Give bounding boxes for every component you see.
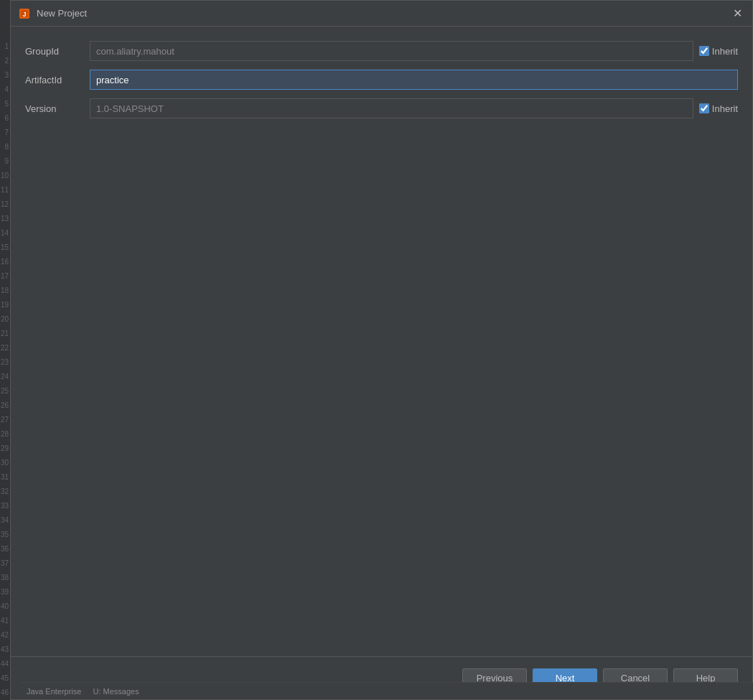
version-label: Version [25,103,83,114]
app-icon: J [18,7,31,20]
groupid-inherit-checkbox[interactable] [699,46,709,56]
version-input[interactable] [90,98,693,118]
new-project-dialog: J New Project ✕ GroupId Inherit Artifact… [10,0,753,700]
status-bar: Java Enterprise U: Messages [21,682,753,699]
artifactid-input-container [90,70,738,90]
dialog-title-bar: J New Project ✕ [11,1,752,27]
artifactid-row: ArtifactId [25,70,738,90]
version-inherit-container: Inherit [699,103,738,114]
close-button[interactable]: ✕ [729,6,745,22]
groupid-inherit-container: Inherit [699,46,738,57]
editor-line-numbers: 1 2 3 4 5 6 7 8 9 10 11 12 13 14 15 16 1… [0,0,10,700]
groupid-input-container: Inherit [90,41,738,61]
svg-text:J: J [22,11,26,18]
dialog-content: GroupId Inherit ArtifactId Version [11,27,752,656]
artifactid-label: ArtifactId [25,75,83,85]
groupid-inherit-label: Inherit [712,46,738,57]
dialog-title: New Project [37,8,87,19]
version-inherit-label: Inherit [712,103,738,114]
version-row: Version Inherit [25,98,738,118]
groupid-input[interactable] [90,41,693,61]
title-bar-left: J New Project [18,7,87,20]
artifactid-input[interactable] [90,70,738,90]
status-item-1: Java Enterprise [27,687,81,696]
groupid-label: GroupId [25,46,83,57]
groupid-row: GroupId Inherit [25,41,738,61]
status-item-2: U: Messages [93,687,139,696]
version-input-container: Inherit [90,98,738,118]
version-inherit-checkbox[interactable] [699,103,709,113]
